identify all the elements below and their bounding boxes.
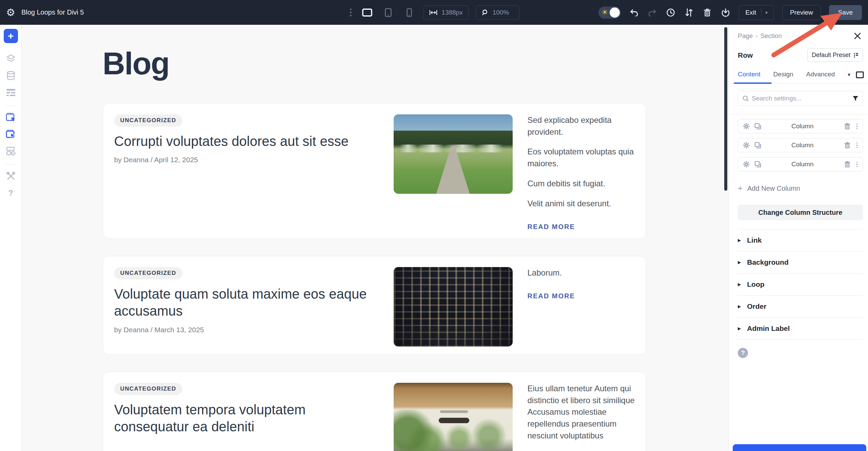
blog-post-card[interactable]: UNCATEGORIZED Voluptatem tempora volupta… xyxy=(103,372,646,451)
builder-tools-button[interactable] xyxy=(4,169,18,183)
click-mode-button[interactable] xyxy=(4,111,18,124)
section-loop[interactable]: ▶ Loop xyxy=(738,273,863,295)
change-column-structure-button[interactable]: Change Column Structure xyxy=(738,205,863,220)
responsive-caret-down-icon[interactable]: ▾ xyxy=(848,72,850,78)
breadcrumb-page[interactable]: Page xyxy=(738,32,753,40)
plus-icon: + xyxy=(738,184,743,192)
search-icon xyxy=(742,95,749,102)
tab-content[interactable]: Content xyxy=(738,71,761,83)
section-caret-icon: ▶ xyxy=(738,304,741,309)
column-settings-gear-icon[interactable] xyxy=(742,160,750,168)
blog-post-card[interactable]: UNCATEGORIZED Corrupti voluptates dolore… xyxy=(103,103,646,239)
tabs-extra-controls: ▾ xyxy=(848,71,864,83)
zoom-level-input[interactable]: 100% xyxy=(476,5,519,20)
column-row-2[interactable]: Column xyxy=(738,138,863,152)
light-dark-mode-toggle[interactable]: ☀ xyxy=(598,6,621,19)
window-cursor-filled-icon xyxy=(6,129,16,139)
section-label: Order xyxy=(747,302,766,311)
hover-mode-button[interactable] xyxy=(4,128,18,141)
save-label: Save xyxy=(838,9,853,16)
section-order[interactable]: ▶ Order xyxy=(738,295,863,317)
section-caret-icon: ▶ xyxy=(738,282,741,287)
column-kebab-menu-icon[interactable] xyxy=(855,142,859,149)
column-row-3[interactable]: Column xyxy=(738,157,863,171)
blog-heading[interactable]: Blog xyxy=(103,46,646,82)
post-thumbnail-car-interior[interactable] xyxy=(394,383,513,451)
search-settings-input[interactable] xyxy=(738,91,863,106)
exit-caret-down-icon[interactable]: ▾ xyxy=(765,10,768,15)
desktop-view-button[interactable] xyxy=(360,6,374,19)
column-delete-trash-icon[interactable] xyxy=(843,160,851,168)
excerpt-paragraph: Velit animi sit deserunt. xyxy=(528,198,644,210)
panel-help-button[interactable]: ? xyxy=(738,348,748,358)
post-title[interactable]: Voluptatem tempora voluptatem consequatu… xyxy=(114,401,379,435)
add-new-column-button[interactable]: + Add New Column xyxy=(738,184,863,192)
exit-button[interactable]: Exit ▾ xyxy=(739,5,774,20)
post-title[interactable]: Corrupti voluptates dolores aut sit esse xyxy=(114,133,379,150)
desktop-preview-icon[interactable] xyxy=(856,71,864,78)
column-kebab-menu-icon[interactable] xyxy=(855,161,859,168)
undo-icon xyxy=(630,9,638,16)
default-preset-button[interactable]: Default Preset xyxy=(807,49,863,62)
blog-post-card[interactable]: UNCATEGORIZED Voluptate quam soluta maxi… xyxy=(103,256,646,355)
section-background[interactable]: ▶ Background xyxy=(738,251,863,273)
add-module-button[interactable]: + xyxy=(4,29,18,43)
column-row-1[interactable]: Column xyxy=(738,119,863,133)
column-settings-gear-icon[interactable] xyxy=(742,122,750,130)
phone-view-button[interactable] xyxy=(402,6,416,19)
page-structure-button[interactable] xyxy=(4,86,18,99)
undo-button[interactable] xyxy=(629,7,639,18)
history-button[interactable] xyxy=(666,7,676,18)
canvas-width-input[interactable]: 1388px xyxy=(423,5,468,20)
layers-panel-button[interactable] xyxy=(4,52,18,65)
section-caret-icon: ▶ xyxy=(738,326,741,331)
tab-design[interactable]: Design xyxy=(773,71,793,83)
trash-button[interactable] xyxy=(702,7,712,18)
breadcrumb-section[interactable]: Section xyxy=(760,32,782,40)
close-panel-button[interactable] xyxy=(853,32,862,40)
database-icon xyxy=(6,71,16,81)
post-meta[interactable]: by Deanna / March 13, 2025 xyxy=(114,326,379,334)
column-settings-gear-icon[interactable] xyxy=(742,141,750,149)
post-thumbnail-forest-path[interactable] xyxy=(394,114,513,194)
column-duplicate-icon[interactable] xyxy=(754,122,762,130)
read-more-link[interactable]: READ MORE xyxy=(528,222,575,232)
layers-order-button[interactable] xyxy=(684,7,694,18)
portability-button[interactable] xyxy=(721,7,731,18)
post-text-column: UNCATEGORIZED Voluptate quam soluta maxi… xyxy=(114,267,379,346)
tab-advanced[interactable]: Advanced xyxy=(806,71,835,83)
toolbar-kebab-menu-icon[interactable] xyxy=(349,7,353,18)
post-text-column: UNCATEGORIZED Voluptatem tempora volupta… xyxy=(114,383,379,451)
post-category-badge[interactable]: UNCATEGORIZED xyxy=(114,114,182,127)
save-button[interactable]: Save xyxy=(829,5,862,20)
column-row-label: Column xyxy=(762,123,843,130)
post-thumbnail-night-building[interactable] xyxy=(394,267,513,346)
column-delete-trash-icon[interactable] xyxy=(843,122,851,130)
post-category-badge[interactable]: UNCATEGORIZED xyxy=(114,267,182,279)
section-link[interactable]: ▶ Link xyxy=(738,229,863,251)
tablet-view-button[interactable] xyxy=(381,6,395,19)
column-duplicate-icon[interactable] xyxy=(754,160,762,168)
column-delete-trash-icon[interactable] xyxy=(843,141,851,149)
canvas-scrollbar[interactable] xyxy=(724,27,727,191)
post-category-badge[interactable]: UNCATEGORIZED xyxy=(114,383,182,395)
help-button[interactable]: ? xyxy=(4,186,18,200)
column-kebab-menu-icon[interactable] xyxy=(855,123,859,130)
panel-save-bar[interactable] xyxy=(733,444,866,451)
filter-funnel-icon[interactable] xyxy=(852,96,859,101)
redo-button[interactable] xyxy=(647,7,657,18)
page-settings-gear-icon[interactable]: ⚙ xyxy=(6,7,15,18)
preview-button[interactable]: Preview xyxy=(782,5,821,20)
post-meta[interactable]: by Deanna / April 12, 2025 xyxy=(114,156,379,164)
read-more-link[interactable]: READ MORE xyxy=(528,291,575,301)
page-title-label: Blog Loops for Divi 5 xyxy=(21,8,84,16)
phone-icon xyxy=(407,8,412,17)
preview-grid-button[interactable] xyxy=(4,145,18,158)
top-toolbar: ⚙ Blog Loops for Divi 5 xyxy=(0,0,868,25)
excerpt-paragraph: Cum debitis sit fugiat. xyxy=(528,178,644,190)
excerpt-paragraph: Eius ullam tenetur Autem qui distinctio … xyxy=(528,383,644,442)
column-duplicate-icon[interactable] xyxy=(754,141,762,149)
post-title[interactable]: Voluptate quam soluta maxime eos eaque a… xyxy=(114,285,379,320)
dynamic-data-button[interactable] xyxy=(4,69,18,82)
section-admin-label[interactable]: ▶ Admin Label xyxy=(738,317,863,339)
